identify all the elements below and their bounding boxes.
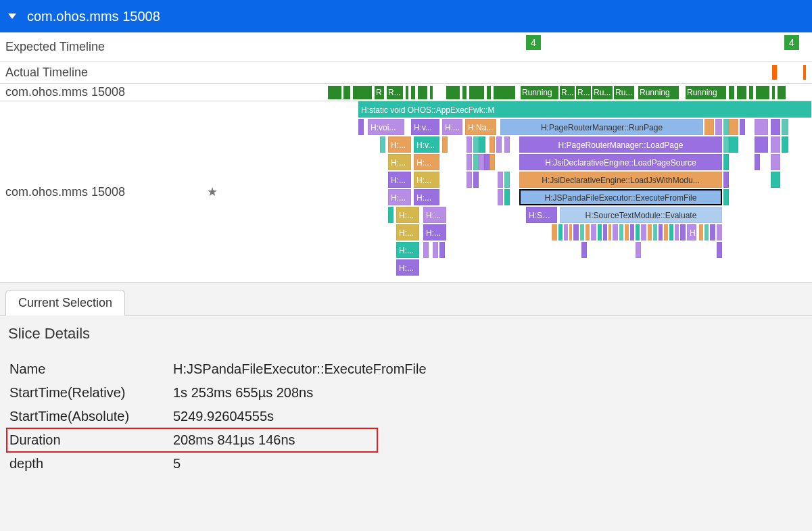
trace-slice[interactable]: H:... — [388, 154, 411, 170]
trace-slice[interactable]: H:v... — [414, 136, 439, 153]
trace-slice[interactable]: H:... — [414, 189, 439, 205]
trace-slice[interactable] — [380, 136, 385, 153]
trace-slice[interactable] — [473, 172, 479, 188]
thread-running-seg[interactable] — [418, 86, 427, 99]
trace-slice[interactable] — [388, 207, 393, 223]
thread-running-seg[interactable] — [756, 86, 769, 99]
trace-slice[interactable] — [723, 119, 729, 135]
thread-running-seg[interactable] — [737, 86, 746, 99]
actual-timeline-body[interactable] — [223, 62, 812, 83]
trace-slice[interactable] — [636, 242, 641, 258]
trace-slice[interactable]: H:PageRouterManager::RunPage — [500, 119, 703, 135]
trace-slice[interactable] — [489, 136, 495, 153]
trace-slice[interactable]: H:... — [396, 224, 419, 241]
trace-slice[interactable]: H:v... — [411, 119, 439, 135]
flame-body[interactable]: H:static void OHOS::AppExecFwk::M H:voi.… — [223, 101, 812, 282]
trace-slice[interactable] — [755, 119, 768, 135]
trace-burst-row[interactable]: H — [552, 224, 727, 241]
trace-slice[interactable] — [755, 154, 760, 170]
thread-running-seg[interactable] — [772, 86, 775, 99]
trace-slice[interactable] — [473, 154, 479, 170]
trace-slice[interactable] — [433, 242, 438, 258]
thread-running-seg[interactable] — [406, 86, 408, 99]
trace-slice[interactable]: H:... — [423, 224, 446, 241]
trace-slice[interactable] — [723, 136, 729, 153]
trace-slice[interactable] — [715, 119, 722, 135]
trace-slice[interactable] — [755, 136, 768, 153]
trace-slice[interactable]: H:Na... — [465, 119, 496, 135]
trace-slice[interactable]: H:... — [396, 242, 419, 258]
thread-running-seg[interactable] — [778, 86, 786, 99]
trace-slice[interactable] — [740, 119, 745, 135]
trace-slice[interactable] — [479, 136, 485, 153]
thread-running-seg[interactable] — [462, 86, 467, 99]
trace-slice[interactable] — [442, 136, 448, 153]
trace-slice[interactable] — [729, 136, 738, 153]
trace-slice[interactable] — [484, 154, 489, 170]
actual-frame-marker[interactable] — [803, 65, 806, 80]
trace-slice[interactable] — [496, 136, 502, 153]
trace-slice[interactable]: H:... — [414, 172, 439, 188]
trace-slice[interactable] — [771, 119, 780, 135]
thread-running-seg[interactable] — [343, 86, 350, 99]
trace-slice[interactable] — [467, 172, 472, 188]
frame-badge[interactable]: 4 — [784, 35, 799, 50]
trace-slice[interactable] — [782, 136, 788, 153]
trace-slice[interactable]: H:... — [396, 207, 419, 223]
trace-slice[interactable]: H:voi... — [368, 119, 404, 135]
trace-slice[interactable] — [581, 242, 587, 258]
thread-running-seg[interactable] — [446, 86, 460, 99]
trace-slice[interactable] — [704, 119, 714, 135]
thread-running-seg[interactable] — [328, 86, 341, 99]
thread-running-seg[interactable]: R... — [387, 86, 403, 99]
trace-slice[interactable]: H:static void OHOS::AppExecFwk::M — [358, 101, 811, 118]
thread-state-body[interactable]: R R... Running R... R... Ru... Ru... Run… — [223, 84, 812, 101]
trace-slice[interactable] — [504, 189, 510, 205]
trace-slice[interactable] — [771, 136, 780, 153]
thread-running-seg[interactable] — [353, 86, 372, 99]
thread-running-seg[interactable] — [411, 86, 415, 99]
actual-frame-marker[interactable] — [772, 65, 777, 80]
trace-slice[interactable] — [782, 119, 788, 135]
trace-slice[interactable]: H:SourceTextModule::Evaluate — [560, 207, 722, 223]
thread-running-seg[interactable] — [469, 86, 484, 99]
collapse-icon[interactable] — [8, 14, 16, 19]
trace-slice[interactable] — [504, 136, 510, 153]
trace-slice[interactable] — [717, 242, 722, 258]
thread-running-seg[interactable]: Ru... — [614, 86, 634, 99]
thread-running-seg[interactable] — [487, 86, 491, 99]
trace-slice[interactable] — [358, 119, 364, 135]
trace-slice-selected[interactable]: H:JSPandaFileExecutor::ExecuteFromFile — [519, 189, 722, 205]
trace-slice[interactable] — [467, 136, 472, 153]
trace-slice[interactable]: H — [687, 224, 696, 241]
trace-slice[interactable] — [423, 242, 429, 258]
trace-slice[interactable] — [467, 154, 472, 170]
trace-slice[interactable] — [723, 154, 729, 170]
thread-running-seg[interactable] — [749, 86, 753, 99]
trace-slice[interactable] — [504, 172, 510, 188]
tab-current-selection[interactable]: Current Selection — [5, 290, 125, 315]
trace-slice[interactable]: H:JsiDeclarativeEngine::LoadPageSource — [519, 154, 722, 170]
trace-slice[interactable] — [771, 172, 780, 188]
trace-slice[interactable]: H:... — [388, 172, 411, 188]
thread-running-seg[interactable]: Running — [521, 86, 558, 99]
trace-slice[interactable]: H:... — [414, 154, 439, 170]
frame-badge[interactable]: 4 — [526, 35, 541, 50]
trace-slice[interactable] — [498, 172, 503, 188]
trace-slice[interactable] — [489, 154, 495, 170]
trace-slice[interactable]: H:PageRouterManager::LoadPage — [519, 136, 722, 153]
trace-slice[interactable]: H:JsiDeclarativeEngine::LoadJsWithModu..… — [519, 172, 722, 188]
expected-timeline-body[interactable]: 4 4 — [223, 32, 812, 61]
star-icon[interactable]: ★ — [207, 184, 218, 199]
trace-slice[interactable]: H:... — [442, 119, 462, 135]
trace-slice[interactable] — [439, 242, 445, 258]
thread-running-seg[interactable]: Running — [638, 86, 679, 99]
trace-slice[interactable] — [473, 136, 479, 153]
thread-running-seg[interactable]: R... — [560, 86, 575, 99]
trace-slice[interactable]: H:Sou... — [526, 207, 557, 223]
trace-slice[interactable]: H:... — [388, 189, 411, 205]
thread-running-seg[interactable]: R — [375, 86, 384, 99]
thread-running-seg[interactable]: R... — [576, 86, 591, 99]
trace-slice[interactable]: H:... — [388, 136, 411, 153]
process-header[interactable]: com.ohos.mms 15008 — [0, 0, 812, 32]
